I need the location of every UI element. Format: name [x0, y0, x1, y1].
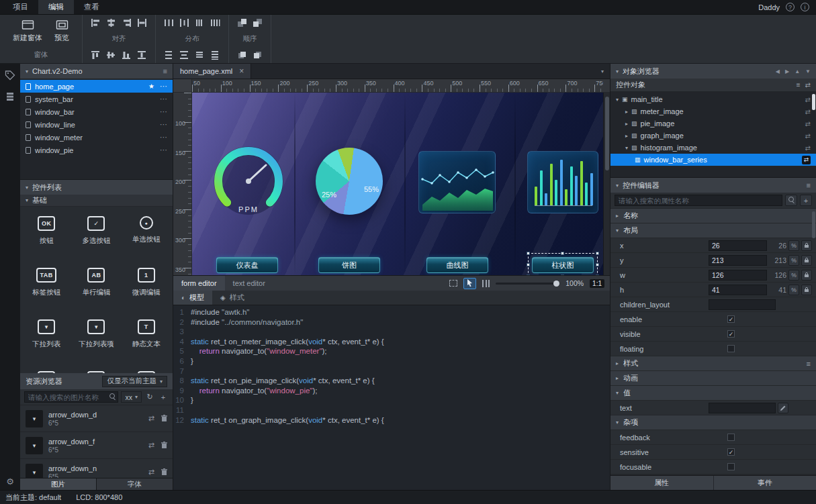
align-vcenter-icon[interactable]	[106, 50, 116, 60]
style-list-icon[interactable]: ≡	[807, 360, 811, 368]
lock-button[interactable]	[801, 285, 812, 295]
selection-handle[interactable]	[527, 252, 530, 255]
text-input[interactable]	[709, 403, 776, 413]
section-layout[interactable]: ▾ 布局	[610, 223, 816, 238]
align-vstretch-icon[interactable]	[137, 50, 147, 60]
h-input[interactable]: 41	[709, 285, 767, 295]
widget-button[interactable]: OK按钮	[21, 209, 71, 261]
align-bottom-icon[interactable]	[122, 50, 132, 60]
pie-image-widget[interactable]	[316, 148, 383, 215]
resource-item-arrow-down-f[interactable]: ▾ arrow_down_f 6*5 ⇄	[20, 432, 173, 459]
sensitive-checkbox[interactable]: ✓	[727, 448, 735, 456]
scrollbar-thumb[interactable]	[812, 94, 815, 110]
selection-handle[interactable]	[596, 274, 599, 275]
selection-handle[interactable]	[561, 274, 564, 275]
more-icon[interactable]: ⋯	[160, 107, 167, 116]
selection-rect[interactable]	[528, 253, 598, 275]
histogram-image-widget[interactable]	[527, 151, 598, 213]
zoom-slider[interactable]	[496, 283, 559, 285]
object-pie-image[interactable]: ▸ ▨ pie_image ⇄	[610, 117, 816, 130]
graph-image-widget[interactable]	[418, 151, 496, 213]
list-icon[interactable]: ≡	[797, 81, 801, 89]
expander-icon[interactable]: ▾	[625, 145, 628, 151]
user-name[interactable]: Daddy	[758, 3, 780, 11]
theme-filter-dropdown[interactable]: 仅显示当前主题 ▾	[102, 376, 167, 387]
nav-up-icon[interactable]: ▲	[795, 68, 800, 74]
tree-item-window-meter[interactable]: window_meter ⋯	[20, 131, 173, 144]
property-search-input[interactable]	[615, 195, 782, 206]
move-backward-icon[interactable]	[253, 50, 263, 60]
more-icon[interactable]: ⋯	[160, 120, 167, 129]
widget-cell-partial[interactable]	[122, 364, 171, 373]
expander-icon[interactable]: ▸	[625, 109, 628, 115]
bind-icon[interactable]: ⇄	[805, 108, 811, 115]
canvas-vscrollbar[interactable]	[603, 93, 610, 275]
project-tag-icon[interactable]	[5, 70, 15, 81]
resource-search-input[interactable]	[24, 391, 118, 403]
tree-item-window-bar[interactable]: window_bar ⋯	[20, 105, 173, 118]
enable-checkbox[interactable]: ✓	[727, 315, 735, 323]
widget-static-text[interactable]: T静态文本	[122, 313, 171, 364]
nav-forward-icon[interactable]: ▶	[785, 68, 789, 74]
distribute-h-edges-icon[interactable]	[179, 18, 189, 28]
code-line[interactable]: 3	[173, 327, 610, 337]
search-button[interactable]	[785, 195, 797, 206]
nav-down-icon[interactable]: ▼	[805, 68, 811, 74]
bring-front-icon[interactable]	[237, 18, 247, 28]
code-line[interactable]: 1#include "awtk.h"	[173, 307, 610, 317]
caret-down-icon[interactable]: ▾	[616, 183, 619, 189]
align-right-icon[interactable]	[122, 18, 132, 28]
code-line[interactable]: 8static ret_t on_pie_image_click(void* c…	[173, 376, 610, 386]
expander-icon[interactable]: ▾	[616, 97, 619, 103]
menu-tab-view[interactable]: 查看	[74, 0, 109, 14]
marquee-select-icon[interactable]	[449, 280, 457, 287]
section-name[interactable]: ▸ 名称	[610, 209, 816, 223]
feedback-checkbox[interactable]	[727, 434, 735, 441]
bind-chip[interactable]: ⇄	[802, 156, 811, 164]
widget-tab-button[interactable]: TAB标签按钮	[21, 261, 71, 313]
percent-toggle-button[interactable]: %	[788, 285, 799, 295]
selection-handle[interactable]	[596, 263, 599, 266]
distribute-h-left-icon[interactable]	[195, 18, 205, 28]
bind-icon[interactable]: ⇄	[805, 96, 811, 103]
tab-properties[interactable]: 属性	[610, 476, 713, 490]
object-window-bar-series[interactable]: ▥ window_bar_series ⇄	[610, 154, 816, 166]
swap-icon[interactable]: ⇄	[805, 81, 811, 89]
object-graph-image[interactable]: ▸ ▨ graph_image ⇄	[610, 130, 816, 142]
close-icon[interactable]: ×	[239, 66, 244, 76]
bind-icon[interactable]: ⇄	[805, 132, 811, 140]
refresh-icon[interactable]: ↻	[144, 392, 155, 403]
widget-radio[interactable]: ●单选按钮	[122, 209, 171, 261]
layers-panel-icon[interactable]	[5, 91, 15, 101]
help-icon[interactable]: ?	[786, 3, 795, 11]
lock-button[interactable]	[801, 255, 812, 266]
section-value[interactable]: ▾ 值	[610, 386, 816, 401]
pie-nav-button[interactable]: 饼图	[318, 257, 380, 273]
bind-icon[interactable]: ⇄	[805, 144, 811, 152]
widget-checkbox[interactable]: ✓多选按钮	[71, 209, 121, 261]
widget-list-header[interactable]: ▾ 控件列表	[20, 180, 173, 195]
trash-icon[interactable]	[161, 468, 167, 476]
code-line[interactable]: 12static ret_t on_graph_image_click(void…	[173, 415, 610, 425]
tab-fonts[interactable]: 字体	[96, 478, 173, 490]
scrollbar-thumb[interactable]	[605, 97, 609, 170]
replace-icon[interactable]: ⇄	[148, 441, 154, 450]
grid-icon[interactable]	[482, 280, 490, 287]
more-icon[interactable]: ⋯	[160, 133, 167, 142]
distribute-h-gap-icon[interactable]	[210, 18, 220, 28]
send-back-icon[interactable]	[253, 18, 263, 28]
pointer-tool-button[interactable]	[463, 278, 476, 289]
resource-item-arrow-down-d[interactable]: ▾ arrow_down_d 6*5 ⇄	[20, 405, 173, 432]
move-forward-icon[interactable]	[237, 50, 247, 60]
code-line[interactable]: 9 return navigator_to("window_pie");	[173, 386, 610, 396]
zoom-slider-thumb[interactable]	[553, 281, 559, 287]
widget-combobox[interactable]: ▾下拉列表	[21, 313, 71, 364]
menu-tab-edit[interactable]: 编辑	[38, 0, 74, 14]
selection-handle[interactable]	[527, 274, 530, 275]
trash-icon[interactable]	[161, 415, 167, 422]
menu-icon[interactable]: ≡	[807, 181, 811, 189]
lock-button[interactable]	[801, 270, 812, 281]
doc-tab-home-page-xml[interactable]: home_page.xml ×	[173, 64, 251, 79]
tree-item-home-page[interactable]: home_page ★⋯	[20, 80, 173, 93]
x-input[interactable]: 26	[709, 240, 767, 251]
